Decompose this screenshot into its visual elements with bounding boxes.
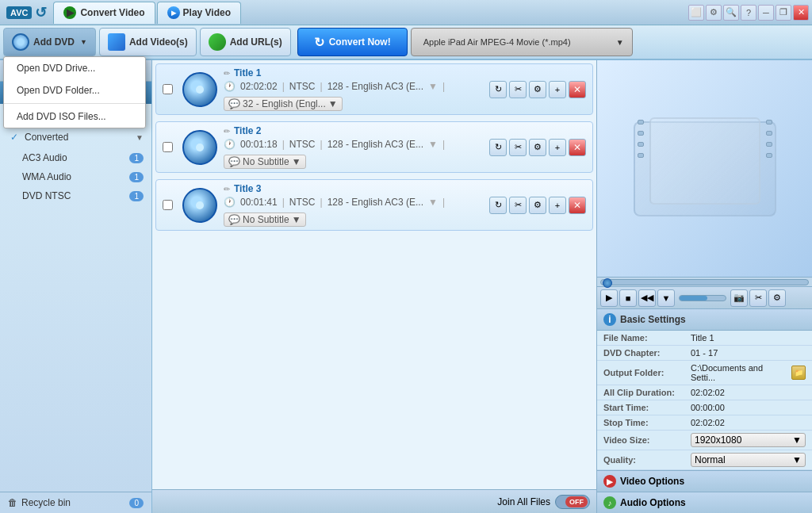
title-1-refresh-btn[interactable]: ↻ bbox=[489, 81, 507, 98]
title-1-meta: 🕐 02:02:02 | NTSC | 128 - English AC3 (E… bbox=[224, 81, 489, 111]
quality-value: Normal bbox=[695, 454, 726, 465]
title-3-audio[interactable]: 128 - English AC3 (E... bbox=[327, 197, 423, 208]
stop-time-row: Stop Time: 02:02:02 bbox=[597, 415, 812, 431]
open-dvd-drive-item[interactable]: Open DVD Drive... bbox=[4, 57, 145, 79]
video-size-select[interactable]: 1920x1080 ▼ bbox=[691, 433, 806, 447]
video-options-button[interactable]: ▶ Video Options bbox=[597, 470, 812, 492]
title-3-checkbox[interactable] bbox=[163, 200, 173, 210]
title-2-meta: 🕐 00:01:18 | NTSC | 128 - English AC3 (E… bbox=[224, 139, 489, 169]
close-btn[interactable]: ✕ bbox=[793, 5, 809, 21]
title-item-3: ✏ Title 3 🕐 00:01:41 | NTSC | 128 - Engl… bbox=[155, 179, 593, 231]
help-btn[interactable]: ? bbox=[741, 5, 756, 21]
title-2-scissors-btn[interactable]: ✂ bbox=[509, 139, 527, 156]
convert-tab-label: Convert Video bbox=[80, 7, 144, 18]
settings-header-icon: i bbox=[603, 313, 616, 326]
add-dvd-button[interactable]: Add DVD ▼ bbox=[3, 28, 96, 56]
convert-video-tab[interactable]: ▶ Convert Video bbox=[53, 2, 155, 24]
file-name-label: File Name: bbox=[603, 333, 691, 343]
audio-options-button[interactable]: ♪ Audio Options bbox=[597, 492, 812, 513]
title-3-add-btn[interactable]: + bbox=[549, 197, 566, 214]
progress-thumb[interactable] bbox=[603, 278, 612, 288]
minimize-btn[interactable]: ─ bbox=[758, 5, 774, 21]
join-files-toggle[interactable]: OFF bbox=[555, 495, 590, 509]
file-name-row: File Name: Title 1 bbox=[597, 331, 812, 346]
sidebar-item-converted[interactable]: ✓ Converted ▼ bbox=[0, 126, 151, 148]
title-2-settings-btn[interactable]: ⚙ bbox=[529, 139, 546, 156]
add-dvd-iso-item[interactable]: Add DVD ISO Files... bbox=[4, 105, 145, 128]
profile-selector[interactable]: Apple iPad Air MPEG-4 Movie (*.mp4) ▼ bbox=[411, 28, 633, 56]
title-2-subtitle[interactable]: 💬 No Subtitle ▼ bbox=[224, 155, 306, 169]
settings-icon-btn[interactable]: ⚙ bbox=[706, 5, 722, 21]
title-3-format: NTSC bbox=[289, 197, 316, 208]
title-1-scissors-btn[interactable]: ✂ bbox=[509, 81, 527, 98]
title-1-close-btn[interactable]: ✕ bbox=[569, 81, 586, 98]
effects-button[interactable]: ⚙ bbox=[768, 289, 786, 307]
title-1-subtitle[interactable]: 💬 32 - English (Engl... ▼ bbox=[224, 97, 343, 111]
all-clip-duration-row: All Clip Duration: 02:02:02 bbox=[597, 385, 812, 400]
output-folder-label: Output Folder: bbox=[603, 368, 691, 377]
stop-time-value[interactable]: 02:02:02 bbox=[691, 418, 806, 427]
title-1-add-btn[interactable]: + bbox=[549, 81, 566, 98]
recycle-bin[interactable]: 🗑 Recycle bin 0 bbox=[0, 492, 151, 513]
title-2-info: ✏ Title 2 🕐 00:01:18 | NTSC | 128 - Engl… bbox=[224, 125, 489, 169]
title-1-edit-icon[interactable]: ✏ bbox=[224, 69, 230, 78]
add-video-button[interactable]: Add Video(s) bbox=[99, 28, 197, 56]
stop-button[interactable]: ■ bbox=[619, 289, 637, 307]
title-2-close-btn[interactable]: ✕ bbox=[569, 139, 586, 156]
monitor-icon-btn[interactable]: ⬜ bbox=[688, 5, 704, 21]
title-3-scissors-btn[interactable]: ✂ bbox=[509, 197, 527, 214]
sidebar-sub-dvd-ntsc[interactable]: DVD NTSC 1 bbox=[0, 186, 151, 205]
spinner-icon: ↺ bbox=[35, 4, 47, 21]
title-2-edit-icon[interactable]: ✏ bbox=[224, 127, 230, 136]
title-2-subtitle-icon: 💬 bbox=[228, 156, 240, 167]
start-time-value[interactable]: 00:00:00 bbox=[691, 403, 806, 412]
title-3-subtitle[interactable]: 💬 No Subtitle ▼ bbox=[224, 212, 306, 227]
recycle-icon: 🗑 bbox=[8, 497, 17, 508]
add-url-button[interactable]: Add URL(s) bbox=[200, 28, 291, 56]
title-1-name-row: ✏ Title 1 bbox=[224, 67, 489, 78]
title-2-checkbox[interactable] bbox=[163, 142, 173, 152]
convert-now-label: Convert Now! bbox=[329, 36, 391, 48]
dropdown-button[interactable]: ▼ bbox=[657, 289, 675, 307]
title-2-refresh-btn[interactable]: ↻ bbox=[489, 139, 507, 156]
title-1-subtitle-value: 32 - English (Engl... bbox=[243, 98, 326, 109]
progress-bar-area bbox=[597, 277, 812, 286]
title-2-audio[interactable]: 128 - English AC3 (E... bbox=[327, 139, 423, 150]
sidebar-sub-ac3-audio[interactable]: AC3 Audio 1 bbox=[0, 148, 151, 167]
cut-button[interactable]: ✂ bbox=[749, 289, 767, 307]
convert-now-button[interactable]: ↻ Convert Now! bbox=[297, 28, 408, 56]
restore-btn[interactable]: ❐ bbox=[776, 5, 791, 21]
video-size-value: 1920x1080 bbox=[695, 435, 741, 446]
prev-frame-button[interactable]: ◀◀ bbox=[638, 289, 656, 307]
play-video-tab[interactable]: ▶ Play Video bbox=[157, 2, 241, 24]
search-icon-btn[interactable]: 🔍 bbox=[723, 5, 739, 21]
screenshot-button[interactable]: 📷 bbox=[730, 289, 748, 307]
play-tab-icon: ▶ bbox=[167, 6, 180, 19]
browse-folder-button[interactable]: 📁 bbox=[791, 366, 806, 380]
title-3-subtitle-icon: 💬 bbox=[228, 214, 240, 225]
preview-area bbox=[597, 60, 812, 277]
file-area: ✏ Title 1 🕐 02:02:02 | NTSC | 128 - Engl… bbox=[152, 60, 596, 513]
title-2-add-btn[interactable]: + bbox=[549, 139, 566, 156]
quality-select[interactable]: Normal ▼ bbox=[691, 453, 806, 467]
dvd-icon-3 bbox=[182, 188, 217, 223]
title-1-checkbox[interactable] bbox=[163, 84, 173, 94]
title-1-time: 02:02:02 bbox=[240, 81, 278, 92]
start-time-label: Start Time: bbox=[603, 403, 691, 412]
sidebar-sub-wma-audio[interactable]: WMA Audio 1 bbox=[0, 167, 151, 186]
title-3-meta: 🕐 00:01:41 | NTSC | 128 - English AC3 (E… bbox=[224, 197, 489, 227]
title-3-settings-btn[interactable]: ⚙ bbox=[529, 197, 546, 214]
open-dvd-folder-item[interactable]: Open DVD Folder... bbox=[4, 79, 145, 101]
title-1-audio[interactable]: 128 - English AC3 (E... bbox=[327, 81, 423, 92]
play-button[interactable]: ▶ bbox=[600, 289, 618, 307]
volume-slider[interactable] bbox=[679, 295, 726, 301]
dvd-hole-2 bbox=[196, 144, 204, 151]
title-1-settings-btn[interactable]: ⚙ bbox=[529, 81, 546, 98]
app-logo-area: AVC ↺ bbox=[0, 4, 53, 21]
add-dvd-dropdown-arrow[interactable]: ▼ bbox=[80, 38, 87, 46]
title-3-edit-icon[interactable]: ✏ bbox=[224, 185, 230, 193]
progress-track[interactable] bbox=[600, 279, 809, 285]
title-3-close-btn[interactable]: ✕ bbox=[569, 197, 586, 214]
output-folder-value[interactable]: C:\Documents and Setti... bbox=[691, 363, 790, 382]
title-3-refresh-btn[interactable]: ↻ bbox=[489, 197, 507, 214]
